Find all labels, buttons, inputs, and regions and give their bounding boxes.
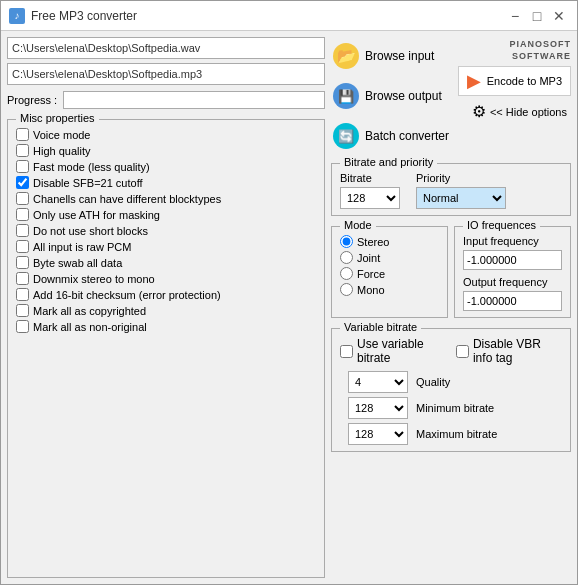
misc-checkbox-label-do_not_short: Do not use short blocks — [33, 225, 148, 237]
vbr-top-row: Use variable bitrate Disable VBR info ta… — [340, 337, 562, 365]
batch-converter-row[interactable]: 🔄 Batch converter — [331, 119, 451, 153]
misc-checkbox-row-only_ath: Only use ATH for masking — [16, 208, 316, 221]
misc-checkbox-voice_mode[interactable] — [16, 128, 29, 141]
misc-checkbox-downmix[interactable] — [16, 272, 29, 285]
use-vbr-row: Use variable bitrate — [340, 337, 440, 365]
title-bar-left: ♪ Free MP3 converter — [9, 8, 137, 24]
misc-checkbox-checksum[interactable] — [16, 288, 29, 301]
browse-input-row[interactable]: 📂 Browse input — [331, 39, 451, 73]
misc-checkboxes: Voice modeHigh qualityFast mode (less qu… — [16, 128, 316, 333]
close-button[interactable]: ✕ — [549, 6, 569, 26]
title-controls: − □ ✕ — [505, 6, 569, 26]
window-title: Free MP3 converter — [31, 9, 137, 23]
max-bitrate-label: Maximum bitrate — [416, 428, 497, 440]
misc-checkbox-label-disable_sfb: Disable SFB=21 cutoff — [33, 177, 143, 189]
bitrate-select[interactable]: 32404856648096112128160192224256320 — [340, 187, 400, 209]
app-icon: ♪ — [9, 8, 25, 24]
mode-io-group: Mode StereoJointForceMono IO frequences … — [331, 226, 571, 318]
quality-select[interactable]: 0123456789 — [348, 371, 408, 393]
misc-checkbox-label-raw_pcm: All input is raw PCM — [33, 241, 131, 253]
batch-converter-icon: 🔄 — [333, 123, 359, 149]
misc-checkbox-label-only_ath: Only use ATH for masking — [33, 209, 160, 221]
batch-converter-label: Batch converter — [365, 129, 449, 143]
misc-checkbox-do_not_short[interactable] — [16, 224, 29, 237]
mode-radio-row-stereo: Stereo — [340, 235, 439, 248]
mode-radio-row-force: Force — [340, 267, 439, 280]
vbr-group-label: Variable bitrate — [340, 321, 421, 333]
mode-radio-mono[interactable] — [340, 283, 353, 296]
mode-group: Mode StereoJointForceMono — [331, 226, 448, 318]
misc-checkbox-chanells[interactable] — [16, 192, 29, 205]
encode-to-mp3-button[interactable]: ▶ Encode to MP3 — [458, 66, 571, 96]
hide-options-label: << Hide options — [490, 106, 567, 118]
vbr-group: Variable bitrate Use variable bitrate Di… — [331, 328, 571, 452]
misc-checkbox-label-copyrighted: Mark all as copyrighted — [33, 305, 146, 317]
browse-input-icon: 📂 — [333, 43, 359, 69]
misc-checkbox-non_original[interactable] — [16, 320, 29, 333]
hide-options-button[interactable]: ⚙ << Hide options — [468, 100, 571, 123]
misc-checkbox-only_ath[interactable] — [16, 208, 29, 221]
mode-radios: StereoJointForceMono — [340, 235, 439, 296]
browse-output-icon: 💾 — [333, 83, 359, 109]
priority-select[interactable]: IdleBelow NormalNormalAbove NormalHighRe… — [416, 187, 506, 209]
misc-checkbox-byte_swab[interactable] — [16, 256, 29, 269]
misc-checkbox-row-non_original: Mark all as non-original — [16, 320, 316, 333]
max-bitrate-select[interactable]: 32404856648096112128160192224256320 — [348, 423, 408, 445]
misc-checkbox-disable_sfb[interactable] — [16, 176, 29, 189]
input-path-field[interactable] — [7, 37, 325, 59]
misc-checkbox-row-checksum: Add 16-bit checksum (error protection) — [16, 288, 316, 301]
misc-checkbox-row-disable_sfb: Disable SFB=21 cutoff — [16, 176, 316, 189]
bitrate-col: Bitrate 32404856648096112128160192224256… — [340, 172, 400, 209]
output-path-field[interactable] — [7, 63, 325, 85]
encode-label: Encode to MP3 — [487, 75, 562, 87]
mode-group-label: Mode — [340, 219, 376, 231]
io-group-label: IO frequences — [463, 219, 540, 231]
misc-checkbox-row-do_not_short: Do not use short blocks — [16, 224, 316, 237]
misc-properties-group: Misc properties Voice modeHigh qualityFa… — [7, 119, 325, 578]
misc-checkbox-high_quality[interactable] — [16, 144, 29, 157]
mode-radio-joint[interactable] — [340, 251, 353, 264]
max-bitrate-row: 32404856648096112128160192224256320 Maxi… — [348, 423, 562, 445]
min-bitrate-row: 32404856648096112128160192224256320 Mini… — [348, 397, 562, 419]
mode-radio-label-joint: Joint — [357, 252, 380, 264]
priority-label: Priority — [416, 172, 506, 184]
progress-bar — [63, 91, 325, 109]
misc-checkbox-row-byte_swab: Byte swab all data — [16, 256, 316, 269]
misc-checkbox-row-fast_mode: Fast mode (less quality) — [16, 160, 316, 173]
main-content: Progress : Misc properties Voice modeHig… — [1, 31, 577, 584]
browse-output-label: Browse output — [365, 89, 442, 103]
output-freq-field[interactable] — [463, 291, 562, 311]
mode-radio-force[interactable] — [340, 267, 353, 280]
bitrate-group: Bitrate and priority Bitrate 32404856648… — [331, 163, 571, 216]
quality-row: 0123456789 Quality — [348, 371, 562, 393]
misc-checkbox-row-raw_pcm: All input is raw PCM — [16, 240, 316, 253]
mode-radio-stereo[interactable] — [340, 235, 353, 248]
mode-radio-row-joint: Joint — [340, 251, 439, 264]
pianosoft-logo: PIANOSOFT SOFTWARE — [509, 39, 571, 62]
progress-label: Progress : — [7, 94, 57, 106]
mode-radio-label-mono: Mono — [357, 284, 385, 296]
gear-icon: ⚙ — [472, 102, 486, 121]
progress-section: Progress : — [7, 91, 325, 109]
disable-vbr-row: Disable VBR info tag — [456, 337, 562, 365]
misc-checkbox-label-byte_swab: Byte swab all data — [33, 257, 122, 269]
browse-output-row[interactable]: 💾 Browse output — [331, 79, 451, 113]
maximize-button[interactable]: □ — [527, 6, 547, 26]
misc-checkbox-copyrighted[interactable] — [16, 304, 29, 317]
input-freq-label: Input frequency — [463, 235, 562, 247]
right-panel: 📂 Browse input 💾 Browse output 🔄 Batch c… — [331, 37, 571, 578]
disable-vbr-label: Disable VBR info tag — [473, 337, 562, 365]
bitrate-row: Bitrate 32404856648096112128160192224256… — [340, 172, 562, 209]
disable-vbr-checkbox[interactable] — [456, 345, 469, 358]
misc-group-label: Misc properties — [16, 112, 99, 124]
misc-checkbox-label-fast_mode: Fast mode (less quality) — [33, 161, 150, 173]
misc-checkbox-fast_mode[interactable] — [16, 160, 29, 173]
mode-radio-label-force: Force — [357, 268, 385, 280]
minimize-button[interactable]: − — [505, 6, 525, 26]
min-bitrate-select[interactable]: 32404856648096112128160192224256320 — [348, 397, 408, 419]
title-bar: ♪ Free MP3 converter − □ ✕ — [1, 1, 577, 31]
use-vbr-checkbox[interactable] — [340, 345, 353, 358]
input-freq-field[interactable] — [463, 250, 562, 270]
misc-checkbox-raw_pcm[interactable] — [16, 240, 29, 253]
mode-radio-label-stereo: Stereo — [357, 236, 389, 248]
